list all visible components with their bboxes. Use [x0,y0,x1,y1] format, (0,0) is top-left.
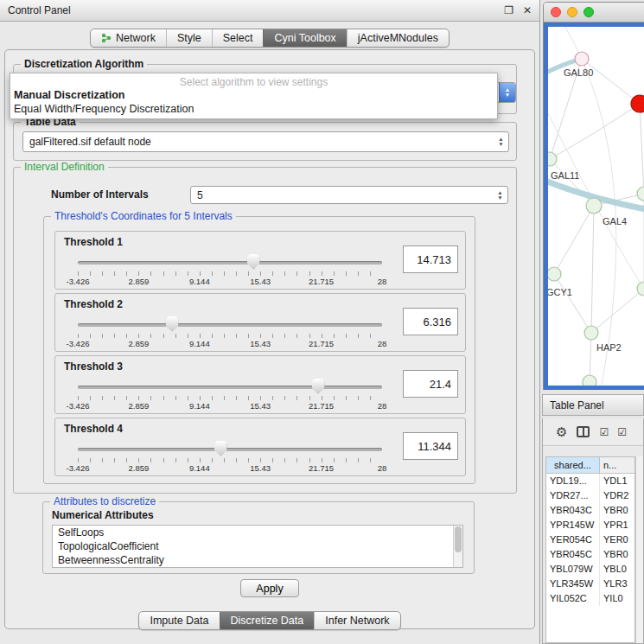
table-row[interactable]: YLR345W YLR3 [546,577,634,591]
numerical-attributes-list[interactable]: SelfLoops TopologicalCoefficient Between… [52,525,463,568]
tick-label: 9.144 [189,401,210,411]
cell: YER054C [546,532,600,547]
slider-track[interactable] [78,386,382,389]
network-node[interactable] [548,267,561,281]
list-item[interactable]: SelfLoops [53,526,462,539]
network-node[interactable] [637,187,644,201]
minimize-traffic-light[interactable] [567,7,577,17]
network-node[interactable] [586,198,602,214]
table-scrollbar[interactable] [635,456,643,643]
tab-cyni-toolbox[interactable]: Cyni Toolbox [263,29,346,47]
tick-label: 2.859 [129,339,150,348]
tab-network[interactable]: Network [91,29,166,47]
control-panel-titlebar: Control Panel ❐ ✕ [0,0,539,22]
tick-label: 21.715 [309,277,334,286]
control-panel-window: Control Panel ❐ ✕ Net [0,0,540,644]
slider-handle[interactable] [247,254,260,270]
list-item[interactable]: BetweennessCentrality [53,553,462,567]
tab-discretize-data[interactable]: Discretize Data [220,612,315,629]
table-row[interactable]: YDR27... YDR2 [546,488,634,503]
slider-track[interactable] [78,448,382,451]
threshold-2-slider[interactable]: -3.426 2.859 9.144 15.43 21.715 28 [78,315,382,349]
table-row[interactable]: YBR043C YBR0 [546,503,634,518]
node-label: GAL11 [551,170,579,181]
list-item[interactable]: TopologicalCoefficient [53,539,462,553]
dropdown-option-equal-width-frequency[interactable]: Equal Width/Frequency Discretization [10,102,497,116]
gear-icon[interactable]: ⚙ [556,425,567,438]
table-row[interactable]: YIL052C YIL0 [546,591,634,606]
table-row[interactable]: YBL079W YBL0 [546,562,634,577]
slider-track[interactable] [78,323,382,327]
zoom-traffic-light[interactable] [583,7,594,17]
combobox-arrows[interactable]: ▲ ▼ [499,83,515,102]
node-attribute-table: shared... n... YDL19... YDL1 YDR27... YD… [545,456,635,643]
threshold-1-value-input[interactable]: 14.713 [403,245,458,273]
table-row[interactable]: YBR045C YBR0 [546,547,634,562]
close-traffic-light[interactable] [551,7,561,17]
node-label: GCY1 [546,287,572,297]
cell: YDR27... [546,488,600,503]
select-all-icon[interactable]: ☑ [599,427,608,437]
column-header-name[interactable]: n... [600,457,634,473]
tab-impute-data[interactable]: Impute Data [139,612,219,629]
threshold-4-slider[interactable]: -3.426 2.859 9.144 15.43 21.715 28 [78,439,382,474]
network-node[interactable] [583,375,596,389]
slider-handle[interactable] [312,379,325,394]
combobox-arrows[interactable]: ▲ ▼ [495,137,508,147]
network-node[interactable] [548,152,557,166]
scrollbar-thumb[interactable] [455,526,462,552]
column-header-shared-name[interactable]: shared... [546,457,600,473]
table-row[interactable]: YER054C YER0 [546,532,634,547]
tab-style[interactable]: Style [166,29,212,47]
threshold-1-slider[interactable]: -3.426 2.859 9.144 15.43 21.715 28 [78,252,382,287]
table-data-combobox[interactable]: galFiltered.sif default node ▲ ▼ [22,131,509,152]
close-icon[interactable]: ✕ [523,5,532,16]
slider-handle[interactable] [166,316,179,332]
number-of-intervals-combobox[interactable]: 5 ▲ ▼ [190,186,508,204]
attributes-group: Attributes to discretize Numerical Attri… [42,501,475,574]
table-panel: ⚙ ☑ ☑ shared... n... YDL19... YDL1 YDR27… [542,418,644,644]
network-graph [548,27,644,390]
network-node[interactable] [575,52,589,66]
tab-label: Style [177,32,201,44]
slider-tick-labels: -3.426 2.859 9.144 15.43 21.715 28 [78,277,382,287]
network-node[interactable] [584,326,598,340]
group-label: Interval Definition [21,161,108,173]
network-canvas[interactable]: GAL80 GAL11 GAL4 GCY1 HAP2 [544,22,644,390]
number-of-intervals-label: Number of Intervals [51,188,149,201]
table-row[interactable]: YPR145W YPR1 [546,518,634,532]
columns-icon[interactable] [577,426,590,437]
threshold-3-slider[interactable]: -3.426 2.859 9.144 15.43 21.715 28 [78,377,382,411]
threshold-4-value-input[interactable]: 11.344 [403,432,458,460]
bottom-tab-bar: Impute Data Discretize Data Infer Networ… [0,611,539,630]
control-panel-tab-bar: Network Style Select Cyni Toolbox jActiv… [0,29,539,48]
tick-label: 28 [378,401,387,411]
table-row[interactable]: YDL19... YDL1 [546,474,634,488]
dropdown-option-manual-discretization[interactable]: Manual Discretization [10,88,497,102]
slider-track[interactable] [78,261,382,265]
threshold-label: Threshold 4 [64,423,123,435]
tab-infer-network[interactable]: Infer Network [314,612,399,629]
threshold-panel-2: Threshold 2 -3.426 2.859 9.144 15.43 21.… [54,293,466,352]
slider-handle[interactable] [214,441,227,456]
tick-label: 2.859 [129,401,150,411]
network-node-selected[interactable] [631,95,644,112]
combobox-arrows[interactable]: ▲ ▼ [494,190,507,201]
threshold-2-value-input[interactable]: 6.316 [403,308,458,335]
tick-label: 15.43 [250,277,271,286]
group-label: Attributes to discretize [50,495,159,507]
group-label: Threshold's Coordinates for 5 Intervals [51,210,236,222]
tab-select[interactable]: Select [212,29,264,47]
tick-label: 9.144 [189,463,210,473]
tab-jactivemnodules[interactable]: jActiveMNodules [347,29,449,47]
threshold-panel-3: Threshold 3 -3.426 2.859 9.144 15.43 21.… [54,355,466,414]
node-label: GAL80 [564,67,593,78]
list-scrollbar[interactable] [453,526,462,567]
threshold-3-value-input[interactable]: 21.4 [403,370,458,398]
tick-label: 21.715 [309,401,334,411]
select-column-icon[interactable]: ☑ [617,427,626,437]
threshold-panel-4: Threshold 4 -3.426 2.859 9.144 15.43 21.… [54,418,466,476]
arrow-down-icon: ▼ [497,195,502,201]
apply-button[interactable]: Apply [240,579,299,597]
float-window-icon[interactable]: ❐ [504,5,513,16]
